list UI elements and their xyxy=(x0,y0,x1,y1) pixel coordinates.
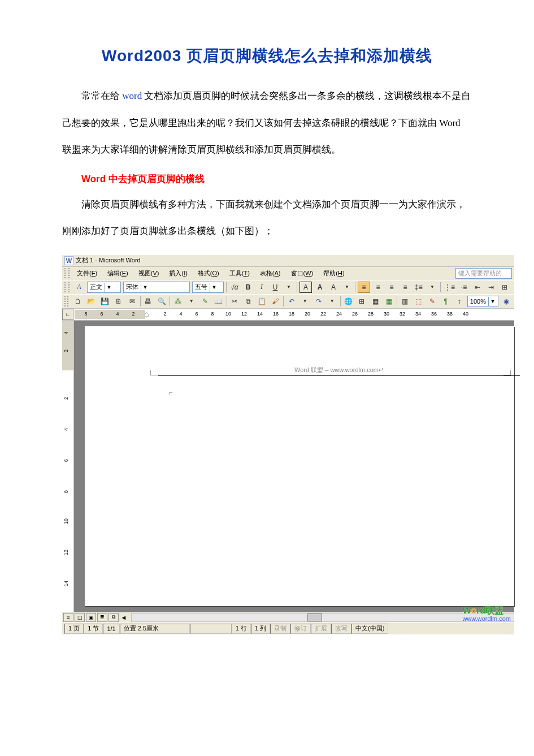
email-icon[interactable]: ✉ xyxy=(127,296,138,306)
font-dropdown[interactable]: 宋体 ▼ xyxy=(123,282,190,293)
numbering-button[interactable]: ⋮≡ xyxy=(443,282,456,292)
normal-view-button[interactable]: ≡ xyxy=(63,613,73,622)
menu-window[interactable]: 窗口(W) xyxy=(286,268,318,279)
tables-borders-icon[interactable]: ⊞ xyxy=(356,296,367,306)
menu-format[interactable]: 格式(O) xyxy=(193,268,224,279)
save-icon[interactable]: 💾 xyxy=(99,296,111,306)
underline-button[interactable]: U xyxy=(270,282,281,292)
outline-view-button[interactable]: ≣ xyxy=(97,613,107,622)
drawing-icon[interactable]: ⬚ xyxy=(413,296,424,306)
undo-icon[interactable]: ↶ xyxy=(286,296,297,306)
align-justify-button[interactable]: ≡ xyxy=(400,282,411,292)
horizontal-scrollbar[interactable] xyxy=(131,613,514,622)
show-hide-icon[interactable]: ¶ xyxy=(440,296,451,306)
format-painter-icon[interactable]: 🖌 xyxy=(270,296,281,306)
redo-icon[interactable]: ↷ xyxy=(313,296,324,306)
align-left-button[interactable]: ≡ xyxy=(358,282,370,293)
align-center-button[interactable]: ≡ xyxy=(372,282,384,292)
thesaurus-icon[interactable]: 📖 xyxy=(213,296,224,306)
font-value: 宋体 xyxy=(126,283,138,291)
char-border-icon[interactable]: A xyxy=(299,282,312,293)
chevron-down-icon[interactable]: ▼ xyxy=(105,283,113,292)
research-icon[interactable]: ✎ xyxy=(199,296,211,306)
chevron-down-icon[interactable]: ▼ xyxy=(427,282,438,292)
zoom-dropdown[interactable]: 100% ▼ xyxy=(467,296,498,307)
toolbar-grip[interactable] xyxy=(64,282,70,292)
ruler-tick: 4 xyxy=(116,311,119,317)
chevron-down-icon[interactable]: ▼ xyxy=(186,296,197,306)
new-doc-icon[interactable]: 🗋 xyxy=(72,296,84,306)
insert-table-icon[interactable]: ▦ xyxy=(370,296,381,306)
print-layout-button[interactable]: ▣ xyxy=(86,613,96,622)
page-header-area[interactable]: Word 联盟 – www.wordlm.com↵ xyxy=(158,366,503,376)
indent-marker-icon[interactable]: ⌂ xyxy=(144,309,149,318)
decrease-indent-button[interactable]: ⇤ xyxy=(472,282,483,292)
scroll-left-button[interactable]: ◄ xyxy=(120,614,128,621)
style-value: 正文 xyxy=(90,283,102,291)
highlight-icon[interactable]: A xyxy=(328,282,339,292)
excel-icon[interactable]: ▦ xyxy=(383,296,394,306)
menu-help[interactable]: 帮助(H) xyxy=(319,268,349,279)
bullets-button[interactable]: ∙≡ xyxy=(458,282,470,292)
columns-icon[interactable]: ▥ xyxy=(400,296,411,306)
menu-insert[interactable]: 插入(I) xyxy=(164,268,192,279)
paste-icon[interactable]: 📋 xyxy=(256,296,267,306)
permission-icon[interactable]: 🗎 xyxy=(113,296,124,306)
ruler-icon[interactable]: ↕ xyxy=(454,296,465,306)
italic-button[interactable]: I xyxy=(256,282,267,292)
bold-button[interactable]: B xyxy=(242,282,254,292)
styles-pane-icon[interactable]: A xyxy=(73,282,85,292)
style-dropdown[interactable]: 正文 ▼ xyxy=(87,282,121,293)
increase-indent-button[interactable]: ⇥ xyxy=(485,282,497,292)
chevron-down-icon[interactable]: ▼ xyxy=(299,296,311,306)
align-right-button[interactable]: ≡ xyxy=(386,282,397,292)
menu-view[interactable]: 视图(V) xyxy=(134,268,164,279)
chevron-down-icon[interactable]: ▼ xyxy=(283,282,294,292)
cut-icon[interactable]: ✂ xyxy=(229,296,240,306)
print-icon[interactable]: 🖶 xyxy=(142,296,154,306)
line-spacing-button[interactable]: ‡≡ xyxy=(413,282,424,292)
chevron-down-icon[interactable]: ▼ xyxy=(210,283,218,292)
toolbar-grip[interactable] xyxy=(64,296,68,306)
font-size-dropdown[interactable]: 五号 ▼ xyxy=(192,282,224,293)
chevron-down-icon[interactable]: ▼ xyxy=(141,283,149,292)
help-search-box[interactable]: 键入需要帮助的 xyxy=(455,268,512,279)
char-shading-icon[interactable]: A xyxy=(314,282,325,292)
tab-selector[interactable]: ∟ xyxy=(62,309,73,320)
scrollbar-thumb[interactable] xyxy=(307,614,322,621)
doc-map-icon[interactable]: ✎ xyxy=(427,296,438,306)
vruler-tick: 12 xyxy=(63,550,69,555)
vertical-ruler[interactable]: 4 2 2 4 6 8 10 12 14 xyxy=(62,321,74,612)
hyperlink-icon[interactable]: 🌐 xyxy=(342,296,354,306)
paragraph-mark-icon: ↵ xyxy=(379,366,384,373)
status-language[interactable]: 中文(中国) xyxy=(351,624,388,634)
ruler-tick: 34 xyxy=(415,311,421,317)
vruler-tick: 14 xyxy=(63,581,69,586)
phonetic-guide-icon[interactable]: √α xyxy=(229,282,240,292)
toolbar-grip[interactable] xyxy=(64,268,70,278)
open-icon[interactable]: 📂 xyxy=(86,296,97,306)
page-paper[interactable]: Word 联盟 – www.wordlm.com↵ ⌐ xyxy=(85,326,514,606)
menu-file[interactable]: 文件(F) xyxy=(72,268,102,279)
menu-edit[interactable]: 编辑(E) xyxy=(103,268,133,279)
status-overwrite[interactable]: 改写 xyxy=(331,624,351,634)
print-preview-icon[interactable]: 🔍 xyxy=(156,296,167,306)
status-track[interactable]: 修订 xyxy=(290,624,311,634)
ruler-track[interactable]: 8 6 4 2 ⌂ 2 4 6 8 10 12 14 16 18 20 22 2… xyxy=(75,310,514,319)
status-extend[interactable]: 扩展 xyxy=(311,624,331,634)
web-layout-button[interactable]: ◫ xyxy=(75,613,85,622)
menu-table[interactable]: 表格(A) xyxy=(255,268,285,279)
menu-tools[interactable]: 工具(T) xyxy=(225,268,254,279)
status-record[interactable]: 录制 xyxy=(270,624,290,634)
vruler-tick: 10 xyxy=(63,519,69,524)
chevron-down-icon[interactable]: ▼ xyxy=(341,282,353,292)
vruler-tick: 4 xyxy=(63,331,69,334)
help-icon[interactable]: ◉ xyxy=(501,296,512,306)
copy-icon[interactable]: ⧉ xyxy=(242,296,254,306)
spelling-icon[interactable]: ⁂ xyxy=(172,296,184,306)
horizontal-ruler[interactable]: ∟ 8 6 4 2 ⌂ 2 4 6 8 10 12 14 16 18 20 xyxy=(62,308,514,321)
reading-layout-button[interactable]: ⧉ xyxy=(108,613,119,622)
chevron-down-icon[interactable]: ▼ xyxy=(488,297,497,306)
borders-button[interactable]: ⊞ xyxy=(499,282,510,292)
chevron-down-icon[interactable]: ▼ xyxy=(327,296,338,306)
